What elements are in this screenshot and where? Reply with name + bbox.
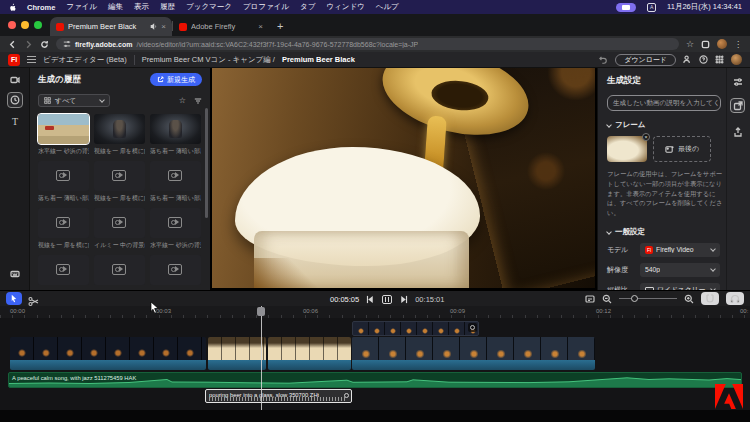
forward-icon[interactable]	[24, 40, 33, 49]
zoom-slider-knob[interactable]	[631, 295, 638, 302]
frame-section-header[interactable]: フレーム	[607, 120, 720, 130]
history-item[interactable]	[38, 255, 89, 285]
menu-tab[interactable]: タブ	[300, 2, 315, 12]
history-thumbnail[interactable]	[150, 114, 201, 144]
video-preview[interactable]	[210, 68, 597, 290]
video-clip-campfire-people[interactable]	[352, 337, 595, 370]
first-frame-thumbnail[interactable]: ×	[607, 136, 647, 162]
tab-close-icon[interactable]: ×	[258, 23, 263, 31]
history-thumbnail[interactable]	[94, 255, 145, 285]
user-avatar[interactable]	[731, 54, 742, 65]
tab-adobe-firefly[interactable]: Adobe Firefly ×	[173, 17, 269, 36]
history-item[interactable]: 水平線一 砂浜の背景にして	[38, 114, 89, 156]
media-tool-icon[interactable]	[7, 72, 23, 88]
video-clip-beer-2[interactable]	[268, 337, 351, 370]
close-window-button[interactable]	[8, 21, 16, 29]
browser-menu-icon[interactable]: ⋮	[734, 40, 742, 49]
generate-panel-icon[interactable]	[730, 98, 745, 113]
history-item[interactable]: 視線を一 扉を横に向かせて	[94, 161, 145, 203]
adjustments-icon[interactable]	[730, 74, 745, 89]
menu-window[interactable]: ウィンドウ	[326, 2, 364, 12]
step-forward-icon[interactable]	[399, 295, 408, 304]
favorites-filter-icon[interactable]: ☆	[179, 96, 186, 105]
menu-history[interactable]: 履歴	[160, 2, 175, 12]
history-item[interactable]: 落ち着一 薄暗い部屋の背景	[150, 114, 201, 156]
step-back-icon[interactable]	[366, 295, 375, 304]
history-thumbnail[interactable]	[38, 255, 89, 285]
history-item[interactable]: 落ち着一 薄暗い部屋の背景	[38, 161, 89, 203]
menu-view[interactable]: 表示	[134, 2, 149, 12]
snap-toggle[interactable]	[701, 292, 719, 305]
zoom-slider[interactable]	[619, 298, 677, 299]
history-thumbnail[interactable]	[38, 161, 89, 191]
fit-timeline-icon[interactable]	[585, 294, 595, 304]
apps-grid-icon[interactable]	[715, 55, 724, 64]
video-clip-track2[interactable]	[352, 321, 479, 336]
history-thumbnail[interactable]	[150, 255, 201, 285]
text-tool-icon[interactable]: T	[7, 113, 23, 129]
undo-icon[interactable]	[599, 56, 608, 64]
audio-clip-sfx[interactable]: pouring beer into a glass, slow 350700 Z…	[205, 389, 352, 403]
playhead-handle[interactable]	[257, 307, 265, 316]
video-clip-beer-1[interactable]	[208, 337, 266, 370]
history-thumbnail[interactable]	[38, 208, 89, 238]
menu-file[interactable]: ファイル	[66, 2, 97, 12]
history-item[interactable]: 水平線一 砂浜の背景にして	[150, 208, 201, 250]
back-icon[interactable]	[8, 40, 17, 49]
playhead-line[interactable]	[261, 306, 262, 410]
app-menu-icon[interactable]	[27, 56, 36, 63]
firefly-logo[interactable]: Fl	[8, 54, 20, 66]
general-section-header[interactable]: 一般設定	[607, 227, 720, 237]
select-tool-button[interactable]	[6, 292, 22, 305]
history-item[interactable]: 視線を一 扉を横に向かせて	[38, 208, 89, 250]
menu-edit[interactable]: 編集	[108, 2, 123, 12]
share-panel-icon[interactable]	[730, 124, 745, 139]
video-clip-campfire[interactable]	[10, 337, 206, 370]
audio-monitor-toggle[interactable]	[726, 292, 744, 305]
zoom-window-button[interactable]	[34, 21, 42, 29]
site-settings-icon[interactable]	[63, 40, 71, 48]
new-tab-button[interactable]: +	[269, 20, 291, 36]
menu-help[interactable]: ヘルプ	[376, 2, 399, 12]
prompt-input[interactable]: 生成したい動画の説明を入力してください	[607, 95, 721, 111]
pause-icon[interactable]	[382, 295, 392, 304]
share-user-icon[interactable]	[683, 55, 692, 64]
help-icon[interactable]	[699, 55, 708, 64]
apple-icon[interactable]	[8, 3, 16, 12]
history-filter-dropdown[interactable]: すべて	[38, 94, 110, 107]
history-item[interactable]: 落ち着一 薄暗い部屋の背景	[150, 161, 201, 203]
history-item[interactable]: 視線を一 扉を横に向かせて	[94, 114, 145, 156]
address-bar[interactable]: firefly.adobe.com/videos/editor/id?um:aa…	[56, 38, 679, 50]
history-thumbnail-selected[interactable]	[38, 114, 89, 144]
new-generation-button[interactable]: 新規生成	[150, 73, 202, 86]
history-item[interactable]	[94, 255, 145, 285]
resolution-select[interactable]: 540p	[640, 263, 720, 277]
screen-share-indicator[interactable]	[616, 3, 636, 12]
download-button[interactable]: ダウンロード	[615, 54, 676, 66]
audio-clip-music[interactable]: A peaceful calm song, with jazz 51127545…	[8, 372, 742, 388]
history-item[interactable]: イルミー 中の背景に変えて	[94, 208, 145, 250]
keyboard-shortcuts-icon[interactable]	[7, 266, 23, 282]
menu-bookmarks[interactable]: ブックマーク	[186, 2, 232, 12]
history-thumbnail[interactable]	[150, 208, 201, 238]
menu-profiles[interactable]: プロファイル	[243, 2, 289, 12]
tab-premium-beer-black[interactable]: Premium Beer Black ×	[50, 17, 172, 36]
zoom-in-icon[interactable]	[684, 294, 694, 304]
scrollbar[interactable]	[205, 108, 208, 218]
zoom-out-icon[interactable]	[602, 294, 612, 304]
reload-icon[interactable]	[40, 40, 49, 49]
split-tool-button[interactable]	[28, 293, 40, 304]
remove-frame-icon[interactable]: ×	[642, 133, 650, 141]
timeline-ruler[interactable]: 00:00 00:03 00:06 00:09 00:12 00:	[0, 306, 750, 318]
menu-chrome[interactable]: Chrome	[27, 3, 55, 12]
sort-filter-icon[interactable]	[194, 97, 202, 105]
history-thumbnail[interactable]	[94, 161, 145, 191]
last-frame-button[interactable]: 最後の	[653, 136, 711, 162]
history-item[interactable]	[150, 255, 201, 285]
model-select[interactable]: FlFirefly Video	[640, 243, 720, 257]
ime-indicator-icon[interactable]: A	[647, 3, 656, 12]
history-tool-icon[interactable]	[7, 92, 23, 108]
history-thumbnail[interactable]	[150, 161, 201, 191]
history-thumbnail[interactable]	[94, 114, 145, 144]
breadcrumb[interactable]: Premium Beer CM Vコン - キャンプ編 /	[142, 55, 275, 65]
